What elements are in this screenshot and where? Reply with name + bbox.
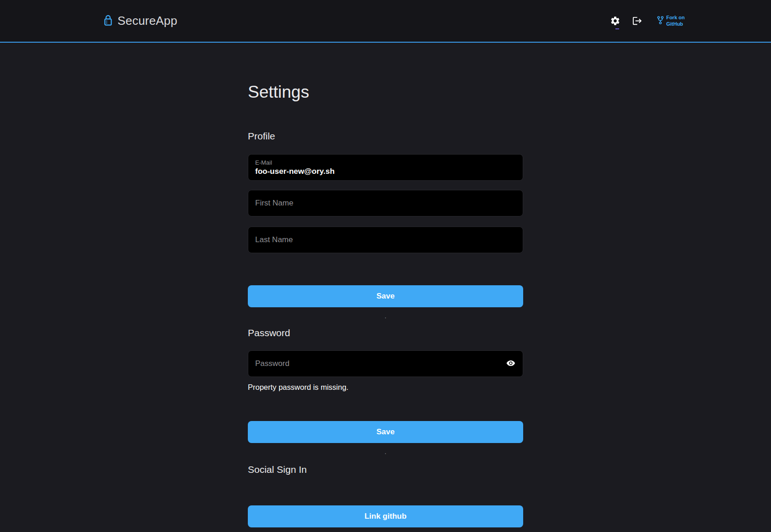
logout-button[interactable] [630, 14, 645, 28]
fork-link-text: Fork on GitHub [666, 15, 685, 28]
profile-section: Profile E-Mail Save . [248, 131, 523, 320]
logout-icon [632, 16, 642, 26]
settings-page: Settings Profile E-Mail Save . Password [248, 82, 523, 527]
social-sign-in-heading: Social Sign In [248, 464, 523, 475]
app-logo[interactable]: SecureApp [103, 14, 177, 28]
navbar-actions: Fork on GitHub [608, 14, 685, 28]
password-section: Password Property password is missing. S… [248, 327, 523, 456]
eye-icon [506, 358, 516, 370]
password-input[interactable] [255, 359, 501, 368]
gear-active-marker [615, 28, 619, 29]
first-name-input[interactable] [255, 199, 516, 208]
password-save-button[interactable]: Save [248, 421, 523, 443]
password-separator-dot: . [248, 449, 523, 456]
profile-heading: Profile [248, 131, 523, 142]
fork-on-github-link[interactable]: Fork on GitHub [657, 15, 685, 28]
password-visibility-toggle[interactable] [506, 358, 516, 370]
app-title: SecureApp [117, 14, 177, 28]
profile-save-button[interactable]: Save [248, 285, 523, 307]
last-name-field [248, 227, 523, 253]
settings-gear-button[interactable] [608, 14, 623, 28]
email-label: E-Mail [255, 159, 516, 166]
lock-icon [103, 14, 113, 28]
email-input[interactable] [255, 167, 516, 176]
navbar: SecureApp [0, 0, 771, 43]
git-fork-icon [657, 16, 664, 27]
social-sign-in-section: Social Sign In Link github [248, 464, 523, 527]
link-github-button[interactable]: Link github [248, 505, 523, 527]
fork-link-line1: Fork on [666, 15, 685, 21]
email-field: E-Mail [248, 154, 523, 181]
page-title: Settings [248, 82, 523, 102]
fork-link-line2: GitHub [666, 21, 685, 28]
profile-separator-dot: . [248, 313, 523, 320]
first-name-field [248, 190, 523, 216]
password-field [248, 350, 523, 377]
gear-icon [610, 16, 620, 26]
password-error-message: Property password is missing. [248, 383, 523, 392]
password-heading: Password [248, 327, 523, 338]
last-name-input[interactable] [255, 235, 516, 244]
